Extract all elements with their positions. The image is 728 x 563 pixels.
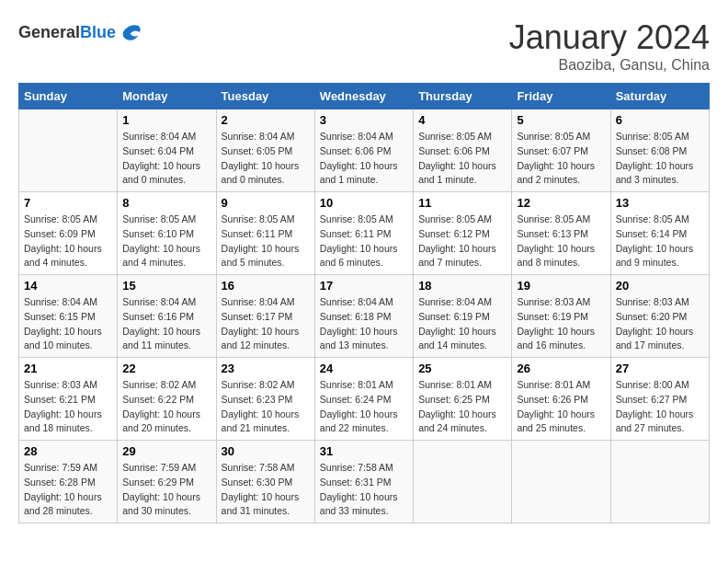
day-info: Sunrise: 8:05 AMSunset: 6:07 PMDaylight:… bbox=[517, 130, 605, 188]
calendar-cell: 21Sunrise: 8:03 AMSunset: 6:21 PMDayligh… bbox=[19, 358, 118, 441]
col-header-tuesday: Tuesday bbox=[216, 84, 314, 109]
calendar-cell: 20Sunrise: 8:03 AMSunset: 6:20 PMDayligh… bbox=[610, 275, 709, 358]
day-number: 5 bbox=[517, 113, 605, 127]
day-info: Sunrise: 8:05 AMSunset: 6:13 PMDaylight:… bbox=[517, 213, 605, 270]
week-row-3: 14Sunrise: 8:04 AMSunset: 6:15 PMDayligh… bbox=[19, 275, 710, 358]
day-number: 31 bbox=[320, 444, 408, 458]
day-number: 8 bbox=[122, 196, 210, 210]
calendar-cell: 16Sunrise: 8:04 AMSunset: 6:17 PMDayligh… bbox=[216, 275, 314, 358]
week-row-4: 21Sunrise: 8:03 AMSunset: 6:21 PMDayligh… bbox=[19, 358, 710, 441]
day-number: 7 bbox=[24, 196, 112, 210]
day-number: 13 bbox=[616, 196, 704, 210]
day-info: Sunrise: 8:00 AMSunset: 6:27 PMDaylight:… bbox=[616, 378, 704, 436]
day-info: Sunrise: 8:03 AMSunset: 6:20 PMDaylight:… bbox=[616, 295, 704, 353]
day-info: Sunrise: 8:04 AMSunset: 6:16 PMDaylight:… bbox=[122, 295, 210, 353]
calendar-cell: 9Sunrise: 8:05 AMSunset: 6:11 PMDaylight… bbox=[216, 192, 314, 275]
day-number: 28 bbox=[24, 444, 112, 458]
calendar-cell: 30Sunrise: 7:58 AMSunset: 6:30 PMDayligh… bbox=[216, 441, 314, 523]
col-header-saturday: Saturday bbox=[610, 84, 709, 109]
location: Baoziba, Gansu, China bbox=[509, 57, 710, 74]
day-number: 14 bbox=[24, 279, 112, 293]
day-info: Sunrise: 8:05 AMSunset: 6:12 PMDaylight:… bbox=[418, 213, 506, 270]
day-number: 3 bbox=[320, 113, 408, 127]
calendar-cell: 31Sunrise: 7:58 AMSunset: 6:31 PMDayligh… bbox=[314, 441, 413, 523]
day-info: Sunrise: 8:04 AMSunset: 6:04 PMDaylight:… bbox=[122, 130, 210, 188]
calendar-cell bbox=[19, 109, 118, 192]
day-number: 21 bbox=[24, 362, 112, 375]
day-info: Sunrise: 7:59 AMSunset: 6:28 PMDaylight:… bbox=[24, 461, 112, 519]
calendar-cell: 15Sunrise: 8:04 AMSunset: 6:16 PMDayligh… bbox=[118, 275, 216, 358]
day-info: Sunrise: 8:05 AMSunset: 6:08 PMDaylight:… bbox=[616, 130, 704, 188]
calendar-cell: 5Sunrise: 8:05 AMSunset: 6:07 PMDaylight… bbox=[512, 109, 610, 192]
day-info: Sunrise: 8:02 AMSunset: 6:23 PMDaylight:… bbox=[222, 378, 310, 436]
day-number: 9 bbox=[222, 196, 310, 210]
day-number: 4 bbox=[418, 113, 506, 127]
calendar-cell: 7Sunrise: 8:05 AMSunset: 6:09 PMDaylight… bbox=[19, 192, 118, 275]
day-number: 24 bbox=[320, 362, 408, 375]
day-number: 2 bbox=[222, 113, 310, 127]
calendar-cell: 24Sunrise: 8:01 AMSunset: 6:24 PMDayligh… bbox=[314, 358, 413, 441]
day-number: 11 bbox=[418, 196, 506, 210]
day-info: Sunrise: 8:01 AMSunset: 6:24 PMDaylight:… bbox=[320, 378, 408, 436]
calendar-cell: 19Sunrise: 8:03 AMSunset: 6:19 PMDayligh… bbox=[512, 275, 610, 358]
col-header-sunday: Sunday bbox=[19, 84, 118, 109]
calendar-cell: 17Sunrise: 8:04 AMSunset: 6:18 PMDayligh… bbox=[314, 275, 413, 358]
day-number: 17 bbox=[320, 279, 408, 293]
week-row-2: 7Sunrise: 8:05 AMSunset: 6:09 PMDaylight… bbox=[19, 192, 710, 275]
day-number: 15 bbox=[122, 279, 210, 293]
day-info: Sunrise: 8:04 AMSunset: 6:19 PMDaylight:… bbox=[418, 295, 506, 353]
title-block: January 2024 Baoziba, Gansu, China bbox=[509, 18, 710, 74]
day-info: Sunrise: 8:01 AMSunset: 6:26 PMDaylight:… bbox=[517, 378, 605, 436]
day-number: 6 bbox=[616, 113, 704, 127]
day-info: Sunrise: 8:04 AMSunset: 6:06 PMDaylight:… bbox=[320, 130, 408, 188]
col-header-thursday: Thursday bbox=[414, 84, 512, 109]
day-info: Sunrise: 8:04 AMSunset: 6:15 PMDaylight:… bbox=[24, 295, 112, 353]
day-info: Sunrise: 7:59 AMSunset: 6:29 PMDaylight:… bbox=[122, 461, 210, 519]
day-number: 22 bbox=[122, 362, 210, 375]
calendar-cell bbox=[414, 441, 512, 523]
day-number: 23 bbox=[222, 362, 310, 375]
calendar-cell: 8Sunrise: 8:05 AMSunset: 6:10 PMDaylight… bbox=[118, 192, 216, 275]
col-header-wednesday: Wednesday bbox=[314, 84, 413, 109]
col-header-monday: Monday bbox=[118, 84, 216, 109]
day-number: 27 bbox=[616, 362, 704, 375]
day-number: 1 bbox=[122, 113, 210, 127]
header-row: SundayMondayTuesdayWednesdayThursdayFrid… bbox=[19, 84, 710, 109]
logo: GeneralBlue bbox=[18, 18, 145, 46]
page-header: GeneralBlue January 2024 Baoziba, Gansu,… bbox=[18, 18, 710, 74]
day-number: 19 bbox=[517, 279, 605, 293]
calendar-cell: 3Sunrise: 8:04 AMSunset: 6:06 PMDaylight… bbox=[314, 109, 413, 192]
col-header-friday: Friday bbox=[512, 84, 610, 109]
day-info: Sunrise: 8:05 AMSunset: 6:06 PMDaylight:… bbox=[418, 130, 506, 188]
day-info: Sunrise: 8:03 AMSunset: 6:19 PMDaylight:… bbox=[517, 295, 605, 353]
calendar-cell bbox=[610, 441, 709, 523]
calendar-cell: 10Sunrise: 8:05 AMSunset: 6:11 PMDayligh… bbox=[314, 192, 413, 275]
calendar-cell: 12Sunrise: 8:05 AMSunset: 6:13 PMDayligh… bbox=[512, 192, 610, 275]
day-number: 12 bbox=[517, 196, 605, 210]
day-info: Sunrise: 8:01 AMSunset: 6:25 PMDaylight:… bbox=[418, 378, 506, 436]
day-info: Sunrise: 8:03 AMSunset: 6:21 PMDaylight:… bbox=[24, 378, 112, 436]
day-info: Sunrise: 8:05 AMSunset: 6:11 PMDaylight:… bbox=[320, 213, 408, 270]
calendar-cell: 27Sunrise: 8:00 AMSunset: 6:27 PMDayligh… bbox=[610, 358, 709, 441]
calendar-cell: 14Sunrise: 8:04 AMSunset: 6:15 PMDayligh… bbox=[19, 275, 118, 358]
day-number: 29 bbox=[122, 444, 210, 458]
calendar-cell: 6Sunrise: 8:05 AMSunset: 6:08 PMDaylight… bbox=[610, 109, 709, 192]
calendar-cell: 13Sunrise: 8:05 AMSunset: 6:14 PMDayligh… bbox=[610, 192, 709, 275]
day-info: Sunrise: 7:58 AMSunset: 6:31 PMDaylight:… bbox=[320, 461, 408, 519]
day-number: 16 bbox=[222, 279, 310, 293]
calendar-cell: 1Sunrise: 8:04 AMSunset: 6:04 PMDaylight… bbox=[118, 109, 216, 192]
day-info: Sunrise: 8:02 AMSunset: 6:22 PMDaylight:… bbox=[122, 378, 210, 436]
day-number: 10 bbox=[320, 196, 408, 210]
month-title: January 2024 bbox=[509, 18, 710, 57]
calendar-cell: 29Sunrise: 7:59 AMSunset: 6:29 PMDayligh… bbox=[118, 441, 216, 523]
logo-general: GeneralBlue bbox=[18, 23, 116, 42]
day-number: 30 bbox=[222, 444, 310, 458]
day-number: 25 bbox=[418, 362, 506, 375]
week-row-1: 1Sunrise: 8:04 AMSunset: 6:04 PMDaylight… bbox=[19, 109, 710, 192]
day-info: Sunrise: 8:04 AMSunset: 6:18 PMDaylight:… bbox=[320, 295, 408, 353]
day-info: Sunrise: 7:58 AMSunset: 6:30 PMDaylight:… bbox=[222, 461, 310, 519]
week-row-5: 28Sunrise: 7:59 AMSunset: 6:28 PMDayligh… bbox=[19, 441, 710, 523]
calendar-cell: 4Sunrise: 8:05 AMSunset: 6:06 PMDaylight… bbox=[414, 109, 512, 192]
day-info: Sunrise: 8:05 AMSunset: 6:14 PMDaylight:… bbox=[616, 213, 704, 270]
calendar-cell: 2Sunrise: 8:04 AMSunset: 6:05 PMDaylight… bbox=[216, 109, 314, 192]
